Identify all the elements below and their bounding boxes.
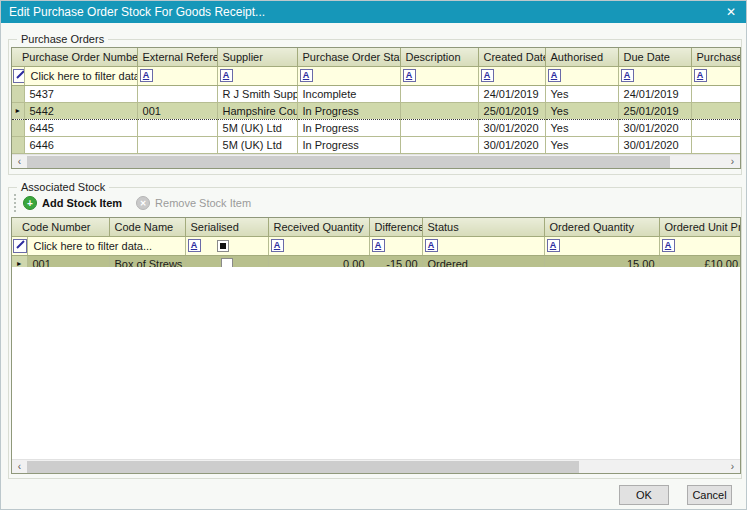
po-filter-status[interactable]: A bbox=[297, 66, 400, 85]
cell-authorised[interactable]: Yes bbox=[545, 85, 618, 102]
cell-description[interactable] bbox=[400, 119, 478, 136]
cell-authorised[interactable]: Yes bbox=[545, 102, 618, 119]
stock-filter-difference[interactable]: A bbox=[369, 236, 422, 255]
cell-purchase-c[interactable] bbox=[691, 102, 740, 119]
cell-supplier[interactable]: R J Smith Supplie bbox=[217, 85, 297, 102]
text-filter-icon[interactable]: A bbox=[188, 239, 201, 252]
cell-external-ref[interactable] bbox=[137, 85, 217, 102]
po-filter-description[interactable]: A bbox=[400, 66, 478, 85]
serialised-filter-checkbox[interactable] bbox=[217, 240, 229, 252]
po-col-created-date[interactable]: Created Date bbox=[478, 48, 545, 66]
cell-supplier[interactable]: 5M (UK) Ltd bbox=[217, 136, 297, 153]
stock-filter-ordered-quantity[interactable]: A bbox=[544, 236, 659, 255]
cell-created-date[interactable]: 25/01/2019 bbox=[478, 102, 545, 119]
po-filter-external-reference[interactable]: A bbox=[137, 66, 217, 85]
po-row-5442-selected[interactable]: ► 5442 001 Hampshire Count In Progress 2… bbox=[12, 102, 740, 119]
po-row-6446[interactable]: 6446 5M (UK) Ltd In Progress 30/01/2020 … bbox=[12, 136, 740, 153]
stock-filter-status[interactable]: A bbox=[422, 236, 544, 255]
edit-filter-icon[interactable] bbox=[13, 69, 24, 83]
cell-due-date[interactable]: 24/01/2019 bbox=[618, 85, 691, 102]
cell-status[interactable]: Incomplete bbox=[297, 85, 400, 102]
po-col-due-date[interactable]: Due Date bbox=[618, 48, 691, 66]
po-row-5437[interactable]: 5437 R J Smith Supplie Incomplete 24/01/… bbox=[12, 85, 740, 102]
text-filter-icon[interactable]: A bbox=[481, 69, 494, 82]
po-filter-due-date[interactable]: A bbox=[618, 66, 691, 85]
stock-filter-serialised[interactable]: A bbox=[185, 236, 268, 255]
cell-supplier[interactable]: 5M (UK) Ltd bbox=[217, 119, 297, 136]
cancel-button[interactable]: Cancel bbox=[687, 485, 732, 505]
row-indicator[interactable] bbox=[12, 85, 24, 102]
text-filter-icon[interactable]: A bbox=[220, 69, 233, 82]
text-filter-icon[interactable]: A bbox=[372, 239, 385, 252]
cell-po-number[interactable]: 6446 bbox=[24, 136, 137, 153]
cell-description[interactable] bbox=[400, 85, 478, 102]
scroll-right-icon[interactable]: › bbox=[725, 155, 740, 169]
po-col-authorised[interactable]: Authorised bbox=[545, 48, 618, 66]
scrollbar-thumb[interactable] bbox=[27, 461, 579, 473]
cell-created-date[interactable]: 24/01/2019 bbox=[478, 85, 545, 102]
text-filter-icon[interactable]: A bbox=[621, 69, 634, 82]
stock-col-difference[interactable]: Difference bbox=[369, 218, 422, 236]
row-indicator[interactable] bbox=[12, 136, 24, 153]
scroll-left-icon[interactable]: ‹ bbox=[12, 155, 27, 169]
po-filter-created-date[interactable]: A bbox=[478, 66, 545, 85]
cell-external-ref[interactable] bbox=[137, 119, 217, 136]
stock-col-code-number[interactable]: Code Number bbox=[12, 218, 109, 236]
po-col-supplier[interactable]: Supplier bbox=[217, 48, 297, 66]
ok-button[interactable]: OK bbox=[619, 485, 669, 505]
stock-col-serialised[interactable]: Serialised bbox=[185, 218, 268, 236]
cell-authorised[interactable]: Yes bbox=[545, 136, 618, 153]
cell-due-date[interactable]: 25/01/2019 bbox=[618, 102, 691, 119]
cell-po-number[interactable]: 5442 bbox=[24, 102, 137, 119]
cell-created-date[interactable]: 30/01/2020 bbox=[478, 136, 545, 153]
scroll-right-icon[interactable]: › bbox=[725, 460, 740, 474]
stock-horizontal-scrollbar[interactable]: ‹ › bbox=[12, 459, 740, 473]
text-filter-icon[interactable]: A bbox=[300, 69, 313, 82]
po-filter-supplier[interactable]: A bbox=[217, 66, 297, 85]
cell-due-date[interactable]: 30/01/2020 bbox=[618, 119, 691, 136]
cell-supplier[interactable]: Hampshire Count bbox=[217, 102, 297, 119]
stock-filter-hint-cell[interactable]: Click here to filter data... bbox=[27, 236, 185, 255]
po-row-6445[interactable]: 6445 5M (UK) Ltd In Progress 30/01/2020 … bbox=[12, 119, 740, 136]
cell-external-ref[interactable]: 001 bbox=[137, 102, 217, 119]
cell-status[interactable]: In Progress bbox=[297, 136, 400, 153]
text-filter-icon[interactable]: A bbox=[271, 239, 284, 252]
text-filter-icon[interactable]: A bbox=[140, 69, 153, 82]
remove-stock-item-button[interactable]: ✕ Remove Stock Item bbox=[136, 196, 251, 210]
cell-status[interactable]: In Progress bbox=[297, 119, 400, 136]
cell-purchase-c[interactable] bbox=[691, 85, 740, 102]
stock-col-received-quantity[interactable]: Received Quantity bbox=[268, 218, 369, 236]
cell-due-date[interactable]: 30/01/2020 bbox=[618, 136, 691, 153]
po-filter-purchase-c[interactable]: A bbox=[691, 66, 740, 85]
text-filter-icon[interactable]: A bbox=[547, 239, 560, 252]
cell-description[interactable] bbox=[400, 136, 478, 153]
po-horizontal-scrollbar[interactable]: ‹ › bbox=[12, 154, 740, 168]
po-col-purchase-order-status[interactable]: Purchase Order Status bbox=[297, 48, 400, 66]
row-indicator[interactable] bbox=[12, 119, 24, 136]
stock-col-status[interactable]: Status bbox=[422, 218, 544, 236]
stock-filter-ordered-unit-price[interactable]: A bbox=[659, 236, 740, 255]
cell-created-date[interactable]: 30/01/2020 bbox=[478, 119, 545, 136]
edit-filter-icon[interactable] bbox=[13, 239, 27, 253]
scrollbar-thumb[interactable] bbox=[27, 156, 670, 168]
row-indicator-arrow-icon[interactable]: ► bbox=[12, 102, 24, 119]
stock-edit-filter-cell[interactable] bbox=[12, 236, 27, 255]
toolbar-grip[interactable] bbox=[14, 194, 17, 212]
cell-description[interactable] bbox=[400, 102, 478, 119]
po-col-purchase-order-number[interactable]: Purchase Order Number bbox=[12, 48, 137, 66]
text-filter-icon[interactable]: A bbox=[425, 239, 438, 252]
po-filter-authorised[interactable]: A bbox=[545, 66, 618, 85]
po-col-external-reference[interactable]: External Reference bbox=[137, 48, 217, 66]
po-col-description[interactable]: Description bbox=[400, 48, 478, 66]
cell-external-ref[interactable] bbox=[137, 136, 217, 153]
po-col-purchase-c[interactable]: Purchase C bbox=[691, 48, 740, 66]
stock-filter-received-quantity[interactable]: A bbox=[268, 236, 369, 255]
stock-col-code-name[interactable]: Code Name bbox=[109, 218, 185, 236]
cell-po-number[interactable]: 6445 bbox=[24, 119, 137, 136]
text-filter-icon[interactable]: A bbox=[548, 69, 561, 82]
cell-po-number[interactable]: 5437 bbox=[24, 85, 137, 102]
add-stock-item-button[interactable]: + Add Stock Item bbox=[23, 196, 122, 210]
close-icon[interactable]: ✕ bbox=[716, 5, 746, 19]
scroll-left-icon[interactable]: ‹ bbox=[12, 460, 27, 474]
cell-purchase-c[interactable] bbox=[691, 136, 740, 153]
